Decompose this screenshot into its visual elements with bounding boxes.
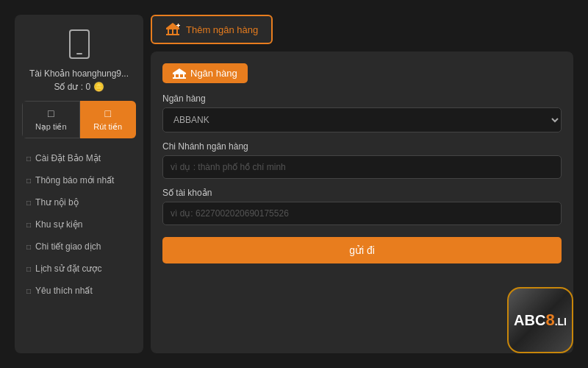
rut-icon: □ xyxy=(105,107,111,119)
logo-abc: ABC xyxy=(514,312,545,328)
menu-item-security[interactable]: Cài Đặt Bảo Mật xyxy=(22,147,136,169)
branch-input-group: Chi Nhánh ngân hàng xyxy=(162,141,562,179)
sidebar-actions: □ Nạp tiền □ Rút tiền xyxy=(22,101,136,138)
branch-label: Chi Nhánh ngân hàng xyxy=(162,141,562,152)
account-label: Số tài khoản xyxy=(162,188,562,198)
bank-tab-label: Ngân hàng xyxy=(190,68,237,79)
svg-rect-9 xyxy=(173,73,186,74)
nap-tien-button[interactable]: □ Nạp tiền xyxy=(22,101,80,138)
rut-tien-button[interactable]: □ Rút tiền xyxy=(80,101,137,138)
nap-label: Nạp tiền xyxy=(35,122,67,132)
branch-input[interactable] xyxy=(162,155,562,179)
logo-badge: ABC8.LI xyxy=(507,287,573,353)
account-name: Tài Khoản hoanghung9... xyxy=(29,68,129,79)
balance-display: Số dư : 0 🪙 xyxy=(54,82,104,92)
sidebar-menu: Cài Đặt Bảo Mật Thông báo mới nhất Thư n… xyxy=(22,147,136,302)
svg-rect-8 xyxy=(176,25,180,26)
svg-rect-11 xyxy=(179,74,180,77)
top-bar: Thêm ngân hàng xyxy=(151,15,573,44)
menu-item-notifications[interactable]: Thông báo mới nhất xyxy=(22,169,136,191)
balance-icon: 🪙 xyxy=(93,82,104,92)
bank-select-group: Ngân hàng ABBANK xyxy=(162,93,562,132)
submit-button[interactable]: gửi đi xyxy=(162,237,562,263)
sidebar: Tài Khoản hoanghung9... Số dư : 0 🪙 □ Nạ… xyxy=(15,15,143,353)
bank-building-icon xyxy=(165,22,180,37)
svg-rect-12 xyxy=(183,74,184,77)
add-bank-label: Thêm ngân hàng xyxy=(186,24,258,35)
svg-rect-4 xyxy=(166,34,179,35)
bank-select-label: Ngân hàng xyxy=(162,93,562,104)
bank-select[interactable]: ABBANK xyxy=(162,107,562,132)
logo-eight: 8 xyxy=(545,311,554,329)
svg-rect-1 xyxy=(168,29,169,34)
account-input-group: Số tài khoản xyxy=(162,188,562,225)
menu-item-transactions[interactable]: Chi tiết giao dịch xyxy=(22,236,136,258)
logo-li: .LI xyxy=(555,316,567,328)
nap-icon: □ xyxy=(48,107,54,119)
svg-rect-0 xyxy=(166,28,179,29)
add-bank-button[interactable]: Thêm ngân hàng xyxy=(151,15,273,44)
svg-marker-14 xyxy=(173,68,186,73)
menu-item-events[interactable]: Khu sự kiện xyxy=(22,213,136,236)
bank-tab-icon xyxy=(173,68,186,79)
svg-rect-10 xyxy=(174,74,176,77)
svg-rect-3 xyxy=(176,29,178,34)
bank-tab[interactable]: Ngân hàng xyxy=(162,63,248,83)
menu-item-favorites[interactable]: Yêu thích nhất xyxy=(22,280,136,302)
svg-rect-13 xyxy=(173,77,186,79)
avatar-icon xyxy=(65,26,94,63)
logo-text: ABC8.LI xyxy=(514,311,567,330)
rut-label: Rút tiền xyxy=(93,122,122,132)
menu-item-inbox[interactable]: Thư nội bộ xyxy=(22,191,136,213)
account-input[interactable] xyxy=(162,202,562,225)
balance-label: Số dư : 0 xyxy=(54,82,90,92)
menu-item-bet-history[interactable]: Lịch sử đặt cược xyxy=(22,258,136,280)
main-container: Tài Khoản hoanghung9... Số dư : 0 🪙 □ Nạ… xyxy=(7,7,581,361)
svg-rect-2 xyxy=(172,29,173,34)
